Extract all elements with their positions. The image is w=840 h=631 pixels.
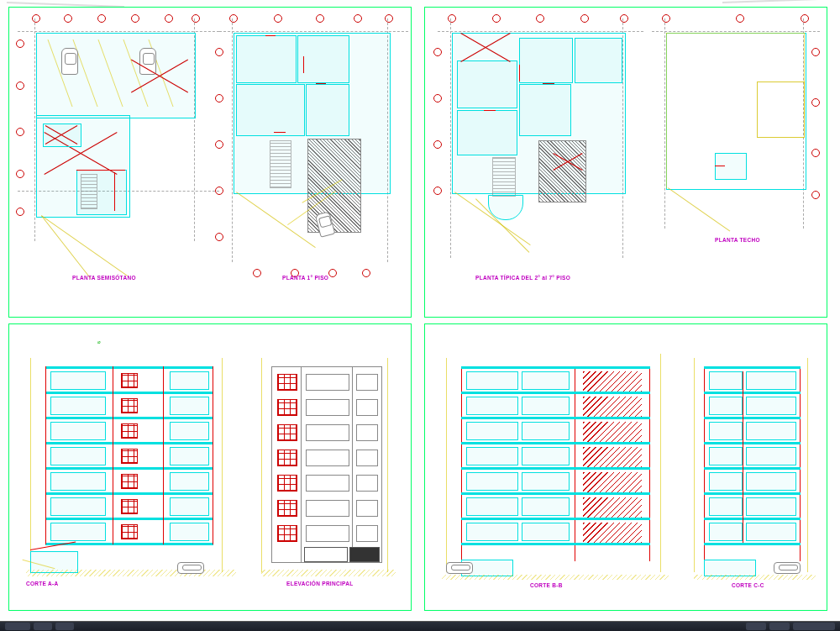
plan-semisotano-caption: PLANTA SEMISÓTANO (72, 275, 136, 281)
elevacion-principal: ELEVACIÓN PRINCIPAL (261, 358, 400, 593)
corte-aa-caption: CORTE A-A (26, 581, 59, 586)
plan-1er-piso-caption: PLANTA 1° PISO (282, 275, 328, 281)
status-bar (0, 621, 840, 631)
sheet-1: PLANTA SEMISÓTANO (8, 7, 412, 318)
drawing-canvas[interactable]: PLANTA SEMISÓTANO (0, 0, 840, 622)
canvas-edge (722, 0, 832, 3)
corte-bb: CORTE B-B (446, 358, 673, 593)
corte-aa: ⌀ (30, 358, 236, 593)
elevacion-principal-caption: ELEVACIÓN PRINCIPAL (286, 581, 354, 586)
plan-tipica: PLANTA TÍPICA DEL 2° al 7° PISO (442, 23, 639, 292)
sheet-2: PLANTA TÍPICA DEL 2° al 7° PISO (424, 7, 827, 318)
plan-techo-caption: PLANTA TECHO (715, 237, 760, 243)
plan-semisotano: PLANTA SEMISÓTANO (26, 23, 211, 292)
sheet-3: ⌀ (8, 323, 412, 611)
sheet-4: CORTE B-B (424, 323, 827, 611)
plan-1er-piso: PLANTA 1° PISO (223, 23, 404, 292)
corte-aa-topnote: ⌀ (97, 339, 101, 344)
plan-techo: PLANTA TECHO (656, 23, 820, 275)
corte-cc: CORTE C-C (694, 358, 820, 593)
plan-tipica-caption: PLANTA TÍPICA DEL 2° al 7° PISO (475, 275, 570, 281)
corte-cc-caption: CORTE C-C (732, 582, 764, 588)
corte-bb-caption: CORTE B-B (530, 582, 563, 588)
